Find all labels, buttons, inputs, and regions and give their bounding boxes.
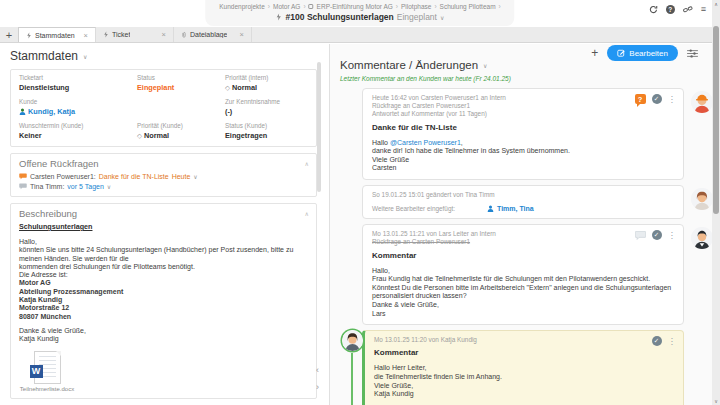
more-options-icon[interactable]: ⋮ xyxy=(668,336,677,346)
rueckfrage-link[interactable]: Danke für die TN-Liste xyxy=(99,173,169,180)
open-question-icon[interactable]: ? xyxy=(635,94,646,104)
rueckfrage-item[interactable]: Carsten Poweruser1: Danke für die TN-Lis… xyxy=(19,173,308,180)
rueckfrage-author: Tina Timm: xyxy=(30,183,64,190)
description-subject: Schulungsunterlagen xyxy=(19,222,308,231)
rueckfrage-item[interactable]: Tina Timm: vor 5 Tagen ∨ xyxy=(19,183,308,190)
chevron-down-icon[interactable]: ∨ xyxy=(440,14,444,21)
comment-customer[interactable]: Mo 13.01.25 11:20 von Katja Kundig Komme… xyxy=(362,330,684,405)
page-scrollbar[interactable]: ∧ ∨ xyxy=(712,0,720,405)
resolve-check-icon[interactable]: ✓ xyxy=(652,94,662,104)
breadcrumb-separator: › xyxy=(396,3,398,10)
rueckfrage-link[interactable]: vor 5 Tagen xyxy=(67,183,103,190)
scroll-down-icon[interactable]: ∨ xyxy=(712,398,720,404)
ticket-title-row[interactable]: #100 Schulungsunterlagen Eingeplant ∨ xyxy=(219,12,500,22)
resolve-check-icon[interactable]: ✓ xyxy=(652,336,662,346)
field-kenntnisnahme: Zur Kenntnisnahme (-) xyxy=(225,98,308,116)
comment-actions: + Bearbeiten xyxy=(591,45,698,61)
more-options-icon[interactable]: ⋮ xyxy=(668,94,677,104)
collapse-icon[interactable]: ∧ xyxy=(305,160,309,167)
field-kunde: Kunde Kundig, Katja xyxy=(19,98,135,116)
change-record[interactable]: So 19.01.25 15:01 geändert von Tina Timm… xyxy=(362,185,684,219)
tab-ticket[interactable]: Ticket × xyxy=(96,27,174,42)
field-label: Zur Kenntnisnahme xyxy=(225,98,308,105)
scroll-up-icon[interactable]: ∧ xyxy=(712,1,720,7)
changed-user-link[interactable]: Timm, Tina xyxy=(487,205,534,212)
field-label: Status xyxy=(137,74,223,81)
bearbeiten-button[interactable]: Bearbeiten xyxy=(607,45,678,61)
panel-title: Stammdaten xyxy=(10,49,78,63)
section-title: Offene Rückfragen xyxy=(19,158,308,169)
close-icon[interactable]: × xyxy=(240,30,244,39)
menu-icon[interactable]: ≡ xyxy=(701,4,706,14)
word-file-icon: W xyxy=(34,351,61,384)
comment-body: Hallo, Frau Kundig hat die Teilnehmerlis… xyxy=(372,267,674,319)
tab-stammdaten[interactable]: Stammdaten × xyxy=(18,27,96,42)
comment-title: Kommentar xyxy=(372,251,674,260)
comment-meta: So 19.01.25 15:01 geändert von Tina Timm xyxy=(372,191,674,199)
breadcrumb-separator: › xyxy=(499,3,501,10)
breadcrumb-item-schulung[interactable]: Schulung Pilotteam xyxy=(440,3,496,10)
avatar-carsten xyxy=(691,91,713,113)
resolve-check-icon[interactable]: ✓ xyxy=(652,230,662,240)
chevron-left-icon[interactable]: ‹ xyxy=(316,366,319,375)
add-comment-button[interactable]: + xyxy=(591,46,598,60)
field-prio-intern: Priorität (intern) ◇Normal xyxy=(225,74,308,92)
breadcrumb-item-kundenprojekte[interactable]: Kundenprojekte xyxy=(219,3,265,10)
customer-link[interactable]: Kundig, Katja xyxy=(19,107,135,116)
description-line: Abteilung Prozessmanagement xyxy=(19,288,308,296)
add-tab-button[interactable]: + xyxy=(0,27,18,42)
main-content: Stammdaten ∨ Ticketart Dienstleistung St… xyxy=(0,44,720,405)
field-value: Normal xyxy=(232,83,257,92)
field-label: Wunschtermin (Kunde) xyxy=(19,122,135,129)
comment-meta: Heute 16:42 von Carsten Poweruser1 an In… xyxy=(372,94,674,102)
ticket-fields-card: Ticketart Dienstleistung Status Eingepla… xyxy=(10,69,317,147)
edit-icon xyxy=(617,49,625,57)
comment-body: Hallo Herr Leiter, die Teilnehmerliste f… xyxy=(374,364,674,398)
paperclip-icon xyxy=(181,31,187,39)
description-line: Motorstraße 12 xyxy=(19,304,308,312)
chevron-down-icon[interactable]: ∨ xyxy=(193,173,197,180)
chevron-right-icon[interactable]: › xyxy=(316,383,319,392)
link-icon[interactable] xyxy=(683,5,693,14)
ticket-title: #100 Schulungsunterlagen xyxy=(286,12,394,22)
description-line: könnten Sie uns bitte 24 Schulungsunterl… xyxy=(19,246,308,263)
breadcrumb-container: Kundenprojekte › Motor AG › ERP-Einführu… xyxy=(205,0,514,26)
help-icon[interactable]: ? xyxy=(666,5,675,14)
chevron-down-icon[interactable]: ∨ xyxy=(83,53,87,60)
description-line: Danke & viele Grüße, xyxy=(19,327,308,335)
refresh-icon[interactable] xyxy=(649,5,658,14)
scrollbar-thumb[interactable] xyxy=(713,26,719,214)
app-window: Kundenprojekte › Motor AG › ERP-Einführu… xyxy=(0,0,720,405)
answered-question-icon[interactable] xyxy=(635,231,646,240)
beschreibung-card: Beschreibung ∧ Schulungsunterlagen Hallo… xyxy=(10,203,317,399)
chevron-down-icon[interactable]: ∨ xyxy=(107,183,111,190)
comment-internal[interactable]: Heute 16:42 von Carsten Poweruser1 an In… xyxy=(362,88,684,180)
description-line: Katja Kundig xyxy=(19,335,308,343)
breadcrumb: Kundenprojekte › Motor AG › ERP-Einführu… xyxy=(219,3,500,10)
rueckfrage-author: Carsten Poweruser1: xyxy=(30,173,96,180)
breadcrumb-item-motor-ag[interactable]: Motor AG xyxy=(273,3,300,10)
question-bubble-icon xyxy=(19,183,27,190)
attachment-teilnehmerliste[interactable]: W Teilnehmerliste.docx xyxy=(19,351,75,392)
tab-dateiablage[interactable]: Dateiablage × xyxy=(174,27,252,42)
field-label: Status (Kunde) xyxy=(225,122,308,129)
left-scrollbar-thumb[interactable] xyxy=(317,62,321,192)
more-options-icon[interactable]: ⋮ xyxy=(668,230,677,240)
mention-link[interactable]: @Carsten Poweruser1 xyxy=(390,139,461,146)
close-icon[interactable]: × xyxy=(84,31,88,40)
panel-resize-controls: ‹ › xyxy=(316,366,319,392)
filter-icon[interactable] xyxy=(687,49,698,58)
question-bubble-icon xyxy=(19,173,27,180)
comment-internal[interactable]: Mo 13.01.25 11:21 von Lars Leiter an Int… xyxy=(362,224,684,325)
description-line: Motor AG xyxy=(19,279,308,287)
field-wunschtermin: Wunschtermin (Kunde) Keiner xyxy=(19,122,135,140)
close-icon[interactable]: × xyxy=(162,30,166,39)
chevron-down-icon[interactable]: ∨ xyxy=(483,62,487,69)
status-badge: Eingeplant xyxy=(137,83,223,92)
field-status: Status Eingeplant xyxy=(137,74,223,92)
breadcrumb-item-pilotphase[interactable]: Pilotphase xyxy=(401,3,431,10)
panel-title-row: Stammdaten ∨ xyxy=(0,44,329,69)
breadcrumb-item-erp[interactable]: ERP-Einführung Motor AG xyxy=(317,3,393,10)
comments-title: Kommentare / Änderungen xyxy=(340,59,478,71)
collapse-icon[interactable]: ∧ xyxy=(305,210,309,217)
